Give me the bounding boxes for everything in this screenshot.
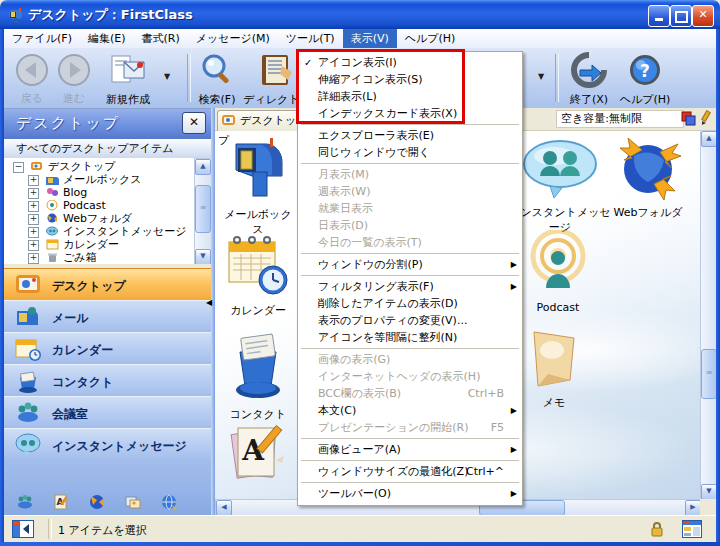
search-button[interactable]: 検索(F) — [194, 52, 240, 107]
menu-item-open-same-window[interactable]: 同じウィンドウで開く — [298, 144, 522, 161]
conference-mini-icon[interactable] — [16, 493, 34, 511]
documents-mini-icon[interactable]: A — [52, 493, 70, 511]
scroll-down-icon[interactable]: ▼ — [701, 484, 717, 500]
menu-separator — [301, 163, 519, 164]
left-panel-close-icon[interactable]: ✕ — [182, 112, 206, 134]
forward-button[interactable]: 進む — [54, 53, 94, 106]
menu-item-day-view[interactable]: 日表示(D) — [298, 217, 522, 234]
menu-item-arrange-icons[interactable]: アイコンを等間隔に整列(N) — [298, 329, 522, 346]
menu-item-month-view[interactable]: 月表示(M) — [298, 166, 522, 183]
desktop-mini-icon — [31, 161, 44, 172]
menu-item-show-images[interactable]: 画像の表示(G) — [298, 351, 522, 368]
toolbar-overflow-dropdown-icon[interactable]: ▼ — [538, 72, 544, 81]
desktop-icon-memo[interactable]: メモ — [518, 328, 590, 410]
sidebar-item-contacts[interactable]: コンタクト — [4, 364, 211, 398]
menu-message[interactable]: メッセージ(M) — [188, 29, 278, 48]
menu-item-split-window[interactable]: ウィンドウの分割(P)▶ — [298, 256, 522, 273]
exit-icon — [570, 52, 608, 88]
edit-pencil-icon[interactable] — [699, 110, 713, 126]
menu-item-today-list[interactable]: 今日の一覧の表示(T) — [298, 234, 522, 251]
new-message-button[interactable]: 新規作成 — [99, 52, 157, 107]
tab-desktop[interactable]: デスクトップ — [217, 110, 305, 131]
desktop-icon-podcast[interactable]: Podcast — [522, 230, 594, 314]
close-button[interactable]: ✕ — [692, 5, 714, 27]
menu-item-explorer-view[interactable]: エクスプローラ表示(E) — [298, 127, 522, 144]
menu-item-optimize-window-size[interactable]: ウィンドウサイズの最適化(Z)Ctrl+^ — [298, 463, 522, 480]
scroll-right-icon[interactable]: ▶ — [685, 500, 701, 516]
menu-item-body[interactable]: 本文(C)▶ — [298, 402, 522, 419]
splitter-collapse-icon[interactable]: ◀ — [206, 298, 212, 307]
maximize-button[interactable] — [670, 5, 692, 27]
panel-splitter[interactable] — [211, 108, 215, 515]
menu-separator — [301, 348, 519, 349]
desktop-tab-icon — [222, 114, 237, 128]
menu-item-change-view-properties[interactable]: 表示のプロパティの変更(V)... — [298, 312, 522, 329]
app-icon — [7, 6, 25, 24]
sidebar-item-calendar[interactable]: カレンダー — [4, 332, 211, 366]
tree-scrollbar[interactable]: ▲ ≡ ▼ — [194, 158, 211, 264]
vertical-scroll-thumb[interactable]: ≡ — [701, 349, 717, 399]
menu-bar: ファイル(F) 編集(E) 書式(R) メッセージ(M) ツール(T) 表示(V… — [4, 29, 716, 49]
tree-scroll-down-icon[interactable]: ▼ — [195, 249, 211, 264]
menu-item-start-presentation[interactable]: プレゼンテーションの開始(R)F5 — [298, 419, 522, 436]
sidebar-filler — [4, 460, 211, 490]
lock-icon — [650, 521, 664, 538]
webfolder-mini-icon — [46, 213, 59, 224]
menu-separator — [301, 253, 519, 254]
panel-toggle-icon[interactable] — [12, 520, 34, 538]
menu-view[interactable]: 表示(V) — [343, 29, 397, 48]
sidebar-item-conferences[interactable]: 会議室 — [4, 396, 211, 430]
statusbar-divider — [48, 519, 52, 539]
menu-item-show-internet-headers[interactable]: インターネットヘッダの表示(H) — [298, 368, 522, 385]
title-bar[interactable]: デスクトップ：FirstClass ✕ — [0, 0, 720, 29]
menu-item-workday-view[interactable]: 就業日表示 — [298, 200, 522, 217]
menu-file[interactable]: ファイル(F) — [4, 29, 80, 48]
pictures-mini-icon[interactable] — [124, 493, 142, 511]
search-icon — [198, 52, 236, 88]
menu-item-toolbars[interactable]: ツールバー(O)▶ — [298, 485, 522, 502]
minimize-button[interactable] — [648, 5, 670, 27]
desktop-icon-mailbox[interactable]: メールボックス — [222, 136, 294, 237]
desktop-icon-calendar[interactable]: カレンダー — [222, 230, 294, 318]
desktop-icon-documents[interactable]: A ドキュメント — [222, 422, 294, 499]
window-title: デスクトップ：FirstClass — [28, 6, 193, 24]
menu-item-show-deleted-items[interactable]: 削除したアイテムの表示(D) — [298, 295, 522, 312]
desktop-icon-contacts[interactable]: コンタクト — [222, 326, 294, 422]
calendar-icon — [225, 230, 291, 298]
menu-edit[interactable]: 編集(E) — [80, 29, 134, 48]
layout-icon[interactable] — [682, 520, 702, 538]
desktop-icon-webfolder[interactable]: Webフォルダ — [612, 136, 684, 220]
sidebar-item-mail[interactable]: メール — [4, 300, 211, 334]
tree-scroll-thumb[interactable]: ≡ — [195, 185, 211, 233]
mailbox-mini-icon — [46, 174, 59, 185]
sidebar-item-instant-message[interactable]: インスタントメッセージ — [4, 428, 211, 462]
webfolder-mini-icon[interactable] — [88, 493, 106, 511]
calendar-mini-icon — [46, 239, 59, 250]
menu-separator — [301, 438, 519, 439]
menu-help[interactable]: ヘルプ(H) — [397, 29, 464, 48]
scroll-left-icon[interactable]: ◀ — [216, 500, 232, 516]
exit-button[interactable]: 終了(X) — [564, 52, 614, 107]
desktop-tree: − デスクトップ + メールボックス + Blog + Podcast + We… — [4, 158, 211, 264]
sync-status-icon[interactable] — [681, 111, 696, 126]
window-border-bottom — [0, 542, 720, 546]
menu-item-week-view[interactable]: 週表示(W) — [298, 183, 522, 200]
back-button[interactable]: 戻る — [12, 53, 52, 106]
new-message-dropdown-icon[interactable]: ▼ — [164, 72, 170, 81]
menu-separator — [301, 275, 519, 276]
menu-tools[interactable]: ツール(T) — [278, 29, 343, 48]
menu-item-show-bcc[interactable]: BCC欄の表示(B)Ctrl+B — [298, 385, 522, 402]
podcast-mini-icon — [46, 200, 59, 211]
web-mini-icon[interactable] — [160, 493, 178, 511]
menu-format[interactable]: 書式(R) — [134, 29, 188, 48]
scroll-up-icon[interactable]: ▲ — [701, 131, 717, 147]
submenu-arrow-icon: ▶ — [511, 485, 517, 502]
menu-item-filtered-view[interactable]: フィルタリング表示(F)▶ — [298, 278, 522, 295]
tree-scroll-up-icon[interactable]: ▲ — [195, 159, 211, 175]
submenu-arrow-icon: ▶ — [511, 402, 517, 419]
toolbar-separator — [187, 54, 191, 102]
desktop-nav-icon — [14, 271, 42, 299]
help-button[interactable]: ? ヘルプ(H) — [619, 52, 671, 107]
menu-item-image-viewer[interactable]: 画像ビューア(A)▶ — [298, 441, 522, 458]
sidebar-item-desktop[interactable]: デスクトップ — [4, 268, 211, 302]
